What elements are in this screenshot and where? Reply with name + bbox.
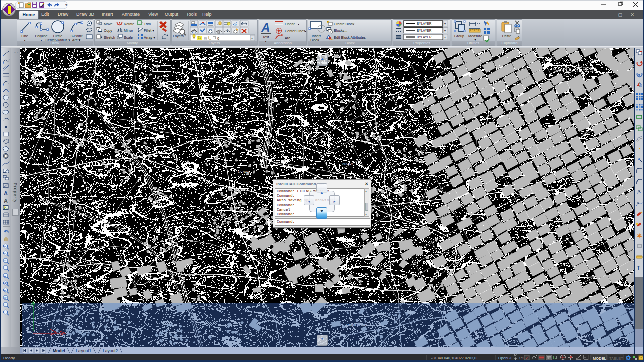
- svg-text:Trim: Trim: [144, 22, 151, 26]
- svg-text:ARCIDI: ARCIDI: [342, 162, 353, 165]
- svg-text:▾: ▾: [265, 40, 266, 43]
- svg-text:Fillet ▾: Fillet ▾: [144, 28, 154, 33]
- svg-text:▤: ▤: [204, 37, 207, 40]
- svg-text:Block...: Block...: [310, 38, 323, 42]
- svg-text:e: e: [4, 289, 6, 292]
- svg-text:▾: ▾: [444, 36, 446, 39]
- svg-text:Array ▾: Array ▾: [144, 35, 155, 40]
- svg-text:w: w: [4, 296, 7, 300]
- svg-text:Ready: Ready: [3, 356, 15, 360]
- svg-text:OpenGL: OpenGL: [498, 356, 512, 360]
- svg-text:Mirror: Mirror: [124, 28, 133, 33]
- svg-text:▾: ▾: [24, 39, 25, 42]
- svg-text:−: −: [4, 252, 6, 255]
- svg-text:T: T: [637, 265, 640, 271]
- svg-text:Copy: Copy: [104, 28, 112, 33]
- svg-text:▾: ▾: [444, 29, 446, 32]
- svg-text:+: +: [4, 303, 6, 307]
- svg-text:Campo de Boi: Campo de Boi: [346, 323, 365, 326]
- svg-text:▾: ▾: [40, 39, 42, 42]
- svg-text:▾: ▾: [305, 30, 306, 33]
- svg-text:Group...: Group...: [454, 34, 467, 38]
- svg-text:Center Lines: Center Lines: [285, 29, 305, 33]
- svg-text:Line: Line: [21, 34, 28, 38]
- svg-text:Center-Radius ▾: Center-Radius ▾: [45, 38, 70, 42]
- svg-text:▾: ▾: [298, 23, 299, 26]
- svg-text:Model: Model: [53, 348, 65, 353]
- svg-text:+: +: [4, 245, 6, 248]
- svg-text:Create Block: Create Block: [334, 22, 355, 26]
- svg-text:Arc ▾: Arc ▾: [72, 38, 81, 42]
- svg-text:Blocks...: Blocks...: [334, 28, 347, 33]
- svg-text:LA NWA: LA NWA: [238, 170, 249, 173]
- svg-text:1:1: 1:1: [519, 356, 524, 360]
- svg-text:⦿: ⦿: [4, 282, 8, 285]
- svg-text:Rotate: Rotate: [124, 22, 134, 26]
- svg-text:□: □: [4, 259, 6, 263]
- svg-text:0: 0: [217, 37, 219, 40]
- svg-text:-31340.040,104927.0203,0: -31340.040,104927.0203,0: [431, 356, 476, 360]
- svg-text:A: A: [4, 198, 8, 204]
- svg-text:Paste: Paste: [502, 34, 511, 38]
- svg-text:Scale: Scale: [124, 35, 133, 40]
- svg-text:A: A: [4, 190, 8, 196]
- svg-text:Layout1: Layout1: [76, 348, 92, 353]
- svg-text:Layers...: Layers...: [173, 34, 187, 38]
- svg-text:Layout2: Layout2: [103, 348, 118, 353]
- svg-text:▾: ▾: [444, 22, 446, 25]
- svg-text:Text: Text: [262, 35, 269, 39]
- svg-text:A: A: [261, 21, 270, 34]
- svg-text:Arc: Arc: [285, 36, 290, 40]
- svg-text:BYLAYER: BYLAYER: [417, 22, 432, 25]
- svg-text:BYLAYER: BYLAYER: [417, 29, 432, 32]
- svg-text:Linear: Linear: [285, 22, 295, 26]
- svg-text:▾: ▾: [65, 3, 67, 7]
- svg-text:▾: ▾: [474, 38, 476, 41]
- svg-text:Move: Move: [104, 22, 113, 26]
- svg-text:BYLAYER: BYLAYER: [417, 35, 432, 39]
- svg-text:Polyline: Polyline: [35, 34, 47, 38]
- svg-text:▾: ▾: [251, 37, 253, 40]
- svg-text:Edit Block Attributes: Edit Block Attributes: [334, 35, 366, 40]
- svg-text:●: ●: [4, 274, 6, 278]
- svg-text:Circle: Circle: [53, 34, 62, 38]
- svg-text:Stretch: Stretch: [104, 35, 115, 40]
